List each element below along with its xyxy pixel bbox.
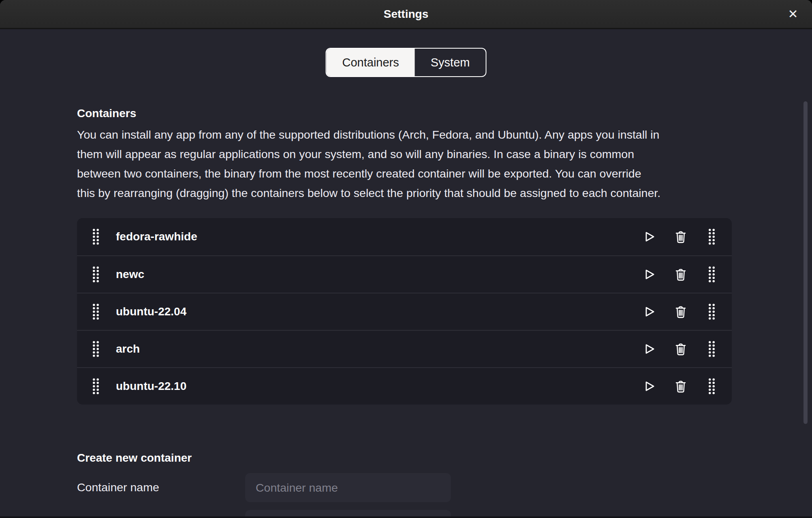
drag-handle-icon[interactable] bbox=[707, 228, 716, 246]
container-name: arch bbox=[116, 342, 140, 355]
settings-window: Settings ✕ Containers System Containers … bbox=[0, 0, 812, 518]
container-name-label: Container name bbox=[77, 481, 159, 494]
description-line: this by rearranging (dragging) the conta… bbox=[77, 183, 758, 203]
delete-button[interactable] bbox=[673, 378, 688, 394]
tab-system[interactable]: System bbox=[415, 49, 486, 76]
scrollbar-thumb[interactable] bbox=[803, 101, 808, 424]
trash-icon bbox=[673, 341, 688, 357]
view-switcher: Containers System bbox=[326, 48, 487, 77]
delete-button[interactable] bbox=[673, 304, 688, 320]
drag-handle-icon[interactable] bbox=[92, 228, 100, 246]
drag-handle-icon[interactable] bbox=[707, 340, 716, 358]
run-button[interactable] bbox=[642, 341, 656, 357]
delete-button[interactable] bbox=[673, 341, 688, 357]
container-row: ubuntu-22.04 bbox=[77, 293, 732, 330]
description-line: them will appear as regular applications… bbox=[77, 144, 758, 164]
drag-handle-icon[interactable] bbox=[92, 265, 100, 283]
window-title: Settings bbox=[0, 0, 812, 28]
trash-icon bbox=[673, 304, 688, 319]
run-button[interactable] bbox=[642, 304, 656, 320]
play-icon bbox=[642, 230, 656, 244]
close-button[interactable]: ✕ bbox=[783, 4, 803, 24]
play-icon bbox=[642, 379, 656, 393]
create-section-heading: Create new container bbox=[77, 451, 192, 465]
play-icon bbox=[642, 268, 656, 281]
trash-icon bbox=[673, 267, 688, 282]
container-row: newc bbox=[77, 255, 732, 293]
run-button[interactable] bbox=[642, 229, 656, 245]
containers-description: You can install any app from any of the … bbox=[77, 125, 758, 203]
trash-icon bbox=[673, 379, 688, 394]
delete-button[interactable] bbox=[673, 266, 688, 283]
delete-button[interactable] bbox=[673, 229, 688, 245]
container-list: fedora-rawhide newc bbox=[77, 218, 732, 405]
play-icon bbox=[642, 342, 656, 356]
container-name: newc bbox=[116, 268, 144, 281]
description-line: You can install any app from any of the … bbox=[77, 125, 758, 144]
drag-handle-icon[interactable] bbox=[92, 377, 100, 395]
play-icon bbox=[642, 305, 656, 319]
drag-handle-icon[interactable] bbox=[92, 340, 100, 358]
run-button[interactable] bbox=[642, 378, 656, 394]
container-name: ubuntu-22.04 bbox=[116, 305, 186, 318]
container-name: ubuntu-22.10 bbox=[116, 380, 186, 393]
drag-handle-icon[interactable] bbox=[92, 303, 100, 321]
container-row: fedora-rawhide bbox=[77, 218, 732, 255]
drag-handle-icon[interactable] bbox=[707, 265, 716, 283]
container-name-input[interactable] bbox=[245, 473, 451, 502]
container-name: fedora-rawhide bbox=[116, 230, 197, 243]
titlebar: Settings ✕ bbox=[0, 0, 812, 29]
drag-handle-icon[interactable] bbox=[707, 303, 716, 321]
description-line: between two containers, the binary from … bbox=[77, 164, 758, 183]
close-icon: ✕ bbox=[788, 7, 798, 21]
container-row: arch bbox=[77, 330, 732, 367]
container-row: ubuntu-22.10 bbox=[77, 367, 732, 405]
drag-handle-icon[interactable] bbox=[707, 377, 716, 395]
window-bottom-edge bbox=[0, 516, 812, 518]
containers-section-heading: Containers bbox=[77, 106, 136, 121]
run-button[interactable] bbox=[642, 266, 656, 283]
trash-icon bbox=[673, 229, 688, 244]
tab-containers[interactable]: Containers bbox=[327, 49, 415, 76]
